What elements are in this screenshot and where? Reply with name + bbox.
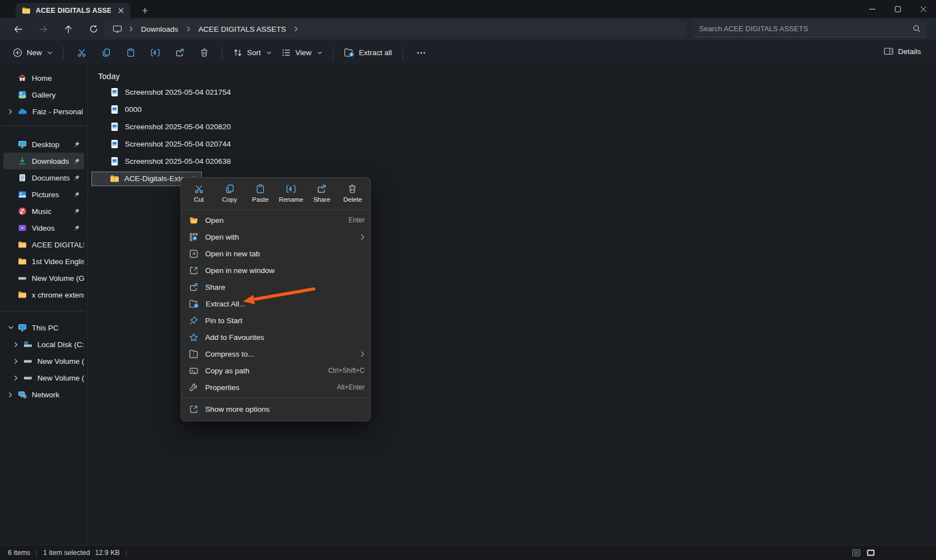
sidebar-item-label: x chrome extension	[32, 291, 84, 299]
delete-menu-button[interactable]: Delete	[337, 182, 368, 205]
pin-icon	[74, 158, 80, 164]
rename-menu-button[interactable]: Rename	[276, 182, 307, 205]
file-row[interactable]: 0000	[91, 101, 326, 118]
sidebar-item-acee-digitals[interactable]: ACEE DIGITALS ASS	[3, 236, 84, 253]
details-pane-icon	[884, 47, 894, 56]
menu-item-open-in-new-tab[interactable]: Open in new tab	[181, 245, 370, 262]
menu-item-open-with[interactable]: Open with	[181, 228, 370, 245]
cut-menu-button[interactable]: Cut	[183, 182, 214, 205]
menu-item-extract-all[interactable]: Extract All...	[181, 295, 370, 312]
maximize-button[interactable]	[885, 0, 910, 18]
copy-menu-button[interactable]: Copy	[214, 182, 245, 205]
thumbnail-view-toggle-icon[interactable]	[866, 548, 875, 557]
quick-action-label: Rename	[279, 196, 303, 203]
sidebar-item-documents[interactable]: Documents	[3, 169, 84, 186]
plus-circle-icon	[13, 48, 22, 57]
zip-outline-icon	[189, 349, 198, 359]
details-view-toggle-icon[interactable]	[852, 548, 861, 557]
share-button[interactable]	[167, 43, 192, 62]
menu-item-add-to-favourites[interactable]: Add to Favourites	[181, 329, 370, 345]
search-icon[interactable]	[913, 25, 921, 33]
copy-button[interactable]	[94, 43, 118, 62]
sidebar-item-gallery[interactable]: Gallery	[3, 86, 84, 103]
chevron-right-icon[interactable]	[9, 358, 23, 364]
chevron-right-icon[interactable]	[292, 26, 300, 32]
monitor-icon[interactable]	[110, 25, 124, 33]
chevron-down-icon[interactable]	[3, 325, 18, 330]
search-box	[692, 21, 927, 37]
back-button[interactable]	[6, 20, 31, 38]
file-row[interactable]: Screenshot 2025-05-04 020820	[91, 118, 326, 135]
file-row[interactable]: Screenshot 2025-05-04 020744	[91, 135, 326, 153]
file-name: Screenshot 2025-05-04 020820	[125, 123, 231, 131]
menu-item-compress-to[interactable]: Compress to...	[181, 345, 370, 362]
sidebar-item-label: ACEE DIGITALS ASS	[32, 241, 84, 249]
view-button[interactable]: View	[277, 45, 327, 61]
drive-icon	[23, 357, 32, 366]
quick-action-label: Copy	[222, 196, 237, 203]
rename-button[interactable]	[143, 43, 167, 62]
details-button[interactable]: Details	[879, 43, 926, 59]
explorer-tab[interactable]: ACEE DIGITALS ASSETS	[16, 3, 130, 18]
chevron-right-icon[interactable]	[9, 375, 23, 381]
status-separator	[126, 549, 127, 557]
sidebar-item-onedrive[interactable]: Faiz - Personal	[3, 103, 84, 120]
chevron-right-icon[interactable]	[3, 109, 18, 115]
sidebar-item-label: New Volume (G:)	[32, 274, 84, 283]
pin-icon	[74, 141, 80, 148]
minimize-button[interactable]	[859, 0, 885, 18]
music-icon	[18, 207, 27, 216]
menu-item-share[interactable]: Share	[181, 279, 370, 295]
menu-item-open[interactable]: Open Enter	[181, 212, 370, 228]
close-button[interactable]	[910, 0, 936, 18]
menu-item-properties[interactable]: Properties Alt+Enter	[181, 379, 370, 396]
file-row[interactable]: Screenshot 2025-05-04 020638	[91, 153, 326, 170]
paste-menu-button[interactable]: Paste	[245, 182, 275, 205]
share-icon	[189, 283, 198, 292]
menu-item-open-in-new-window[interactable]: Open in new window	[181, 262, 370, 279]
share-menu-button[interactable]: Share	[307, 182, 337, 205]
search-input[interactable]	[698, 24, 913, 33]
delete-button[interactable]	[192, 43, 216, 62]
sidebar-item-pictures[interactable]: Pictures	[3, 186, 84, 203]
new-button[interactable]: New	[8, 45, 57, 61]
view-button-label: View	[295, 48, 312, 57]
sidebar-item-music[interactable]: Music	[3, 203, 84, 220]
details-button-label: Details	[898, 47, 921, 56]
sidebar-item-x-chrome-extension[interactable]: x chrome extension	[3, 286, 84, 303]
up-button[interactable]	[56, 20, 81, 38]
file-row[interactable]: Screenshot 2025-05-04 021754	[91, 84, 326, 101]
sidebar-item-new-volume-g[interactable]: New Volume (G:)	[3, 270, 84, 286]
breadcrumb-item-downloads[interactable]: Downloads	[138, 24, 182, 35]
sidebar-item-home[interactable]: Home	[3, 70, 84, 86]
sidebar-item-1st-video[interactable]: 1st Video English A	[3, 253, 84, 270]
sidebar-item-new-volume-g2[interactable]: New Volume (G:)	[9, 369, 84, 386]
sidebar-item-new-volume-d[interactable]: New Volume (D:)	[9, 353, 84, 369]
file-explorer-window: ACEE DIGITALS ASSETS	[0, 0, 936, 560]
more-options-button[interactable]	[409, 43, 433, 62]
forward-button[interactable]	[31, 20, 56, 38]
sidebar-item-this-pc[interactable]: This PC	[3, 319, 84, 336]
sort-button[interactable]: Sort	[228, 45, 277, 61]
paste-button[interactable]	[118, 43, 143, 62]
sidebar-item-local-disk-c[interactable]: Local Disk (C:)	[9, 336, 84, 353]
sidebar-item-downloads[interactable]: Downloads	[3, 153, 84, 169]
menu-item-show-more-options[interactable]: Show more options	[181, 400, 370, 418]
cut-button[interactable]	[69, 43, 94, 62]
chevron-right-icon[interactable]	[3, 392, 18, 398]
tab-close-icon[interactable]	[116, 6, 126, 16]
breadcrumb-item-current[interactable]: ACEE DIGITALS ASSETS	[195, 24, 289, 35]
new-tab-button[interactable]	[138, 4, 152, 17]
extract-all-button[interactable]: Extract all	[339, 45, 397, 61]
sidebar-item-desktop[interactable]: Desktop	[3, 136, 84, 153]
context-menu-quick-actions: Cut Copy Paste Rename	[181, 178, 370, 208]
menu-item-pin-to-start[interactable]: Pin to Start	[181, 312, 370, 329]
group-header[interactable]: Today	[89, 69, 936, 84]
sidebar-item-videos[interactable]: Videos	[3, 220, 84, 236]
sidebar-item-network[interactable]: Network	[3, 386, 84, 403]
chevron-right-icon[interactable]	[9, 342, 23, 348]
file-name: Screenshot 2025-05-04 020744	[125, 140, 231, 148]
refresh-button[interactable]	[81, 20, 106, 38]
zip-folder-icon	[110, 174, 119, 183]
menu-item-copy-as-path[interactable]: Copy as path Ctrl+Shift+C	[181, 362, 370, 379]
